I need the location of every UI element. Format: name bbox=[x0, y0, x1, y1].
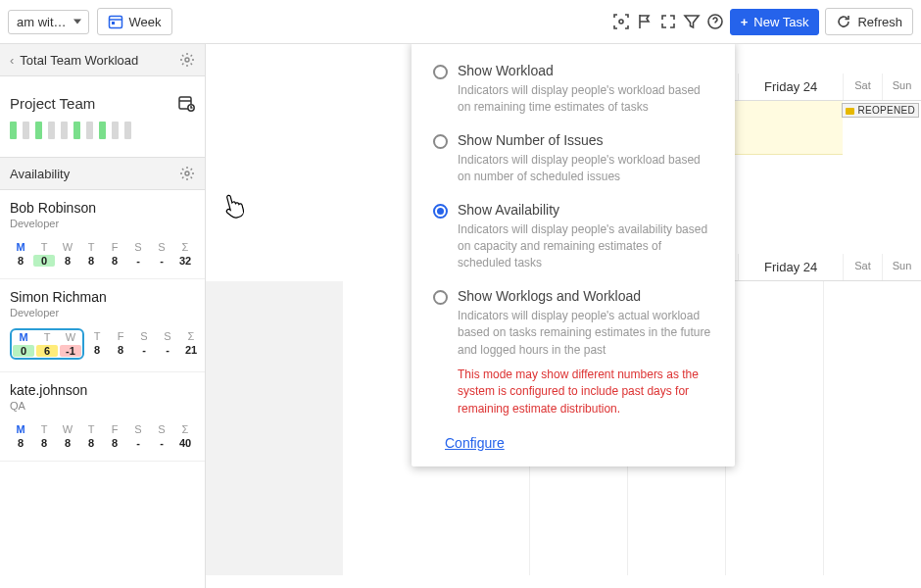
day-column[interactable]: Sat bbox=[843, 74, 882, 100]
day-header: Σ bbox=[174, 423, 196, 435]
day-header: T bbox=[33, 423, 55, 435]
status-badge-reopened[interactable]: REOPENED bbox=[842, 103, 919, 118]
availability-label: Availability bbox=[10, 167, 70, 181]
person-role: Developer bbox=[10, 307, 195, 318]
refresh-icon bbox=[836, 14, 851, 29]
load-bar bbox=[23, 122, 29, 139]
help-icon[interactable] bbox=[706, 13, 724, 30]
plus-icon: + bbox=[741, 15, 749, 29]
day-val: 8 bbox=[10, 437, 31, 449]
day-column[interactable]: Friday 24 bbox=[738, 74, 843, 100]
day-val: 8 bbox=[80, 437, 102, 449]
day-header: S bbox=[157, 330, 178, 342]
option-warning: This mode may show different numbers as … bbox=[458, 367, 715, 417]
option-title: Show Availability bbox=[458, 202, 715, 218]
person-row[interactable]: kate.johnson QA M T W T F S S Σ 8 8 8 8 … bbox=[0, 372, 205, 462]
day-column[interactable]: Sun bbox=[882, 254, 921, 280]
collapse-icon[interactable]: ‹ bbox=[10, 53, 14, 68]
configure-link[interactable]: Configure bbox=[445, 435, 505, 451]
day-header: Σ bbox=[180, 330, 202, 342]
selected-days-box: M T W 0 6 -1 bbox=[10, 328, 84, 360]
team-dropdown[interactable]: am wit… bbox=[8, 10, 89, 34]
refresh-button[interactable]: Refresh bbox=[825, 8, 913, 35]
day-header: M bbox=[10, 241, 31, 253]
day-val: - bbox=[127, 255, 149, 267]
availability-grid: M T W T F S S Σ 8 0 8 8 8 - - 32 bbox=[10, 241, 195, 267]
filter-icon[interactable] bbox=[683, 13, 701, 30]
person-row[interactable]: Bob Robinson Developer M T W T F S S Σ 8… bbox=[0, 190, 205, 279]
option-title: Show Worklogs and Workload bbox=[458, 288, 715, 304]
day-val: 8 bbox=[104, 437, 125, 449]
day-header: F bbox=[104, 423, 125, 435]
team-load-bars bbox=[0, 118, 205, 157]
day-val: 8 bbox=[110, 344, 131, 356]
sidebar-header: ‹ Total Team Workload bbox=[0, 44, 205, 76]
day-header: M bbox=[10, 423, 31, 435]
option-show-number-of-issues[interactable]: Show Number of Issues Indicators will di… bbox=[419, 124, 727, 194]
day-header: T bbox=[33, 241, 55, 253]
day-header: T bbox=[80, 423, 102, 435]
radio-icon[interactable] bbox=[433, 65, 448, 79]
option-show-availability[interactable]: Show Availability Indicators will displa… bbox=[419, 194, 727, 280]
day-val: - bbox=[151, 437, 172, 449]
day-val: 8 bbox=[86, 344, 108, 356]
week-button[interactable]: Week bbox=[97, 8, 172, 35]
flag-icon[interactable] bbox=[636, 13, 654, 30]
person-role: QA bbox=[10, 400, 195, 412]
option-desc: Indicators will display people's workloa… bbox=[458, 152, 715, 186]
scan-icon[interactable] bbox=[612, 13, 630, 30]
day-header: T bbox=[86, 330, 108, 342]
project-team-label: Project Team bbox=[10, 95, 95, 112]
calendar-icon bbox=[108, 14, 123, 29]
sidebar: ‹ Total Team Workload Project Team Avail… bbox=[0, 44, 206, 588]
day-header: F bbox=[104, 241, 125, 253]
day-val: 8 bbox=[10, 255, 31, 267]
option-show-workload[interactable]: Show Workload Indicators will display pe… bbox=[419, 55, 727, 124]
day-val: - bbox=[133, 344, 155, 356]
day-header: Σ bbox=[174, 241, 196, 253]
day-column[interactable]: Sat bbox=[843, 254, 882, 280]
day-header: T bbox=[36, 331, 58, 343]
team-dropdown-label: am wit… bbox=[17, 15, 67, 29]
option-desc: Indicators will display people's workloa… bbox=[458, 82, 715, 117]
day-val: 40 bbox=[174, 437, 196, 449]
new-task-button[interactable]: + New Task bbox=[730, 9, 820, 35]
day-header: T bbox=[80, 241, 102, 253]
radio-icon[interactable] bbox=[433, 204, 448, 219]
load-bar bbox=[35, 122, 42, 139]
option-desc: Indicators will display people's availab… bbox=[458, 221, 715, 272]
new-task-label: New Task bbox=[753, 15, 808, 29]
option-desc: Indicators will display people's actual … bbox=[458, 308, 715, 359]
day-val: 32 bbox=[174, 255, 196, 267]
load-bar bbox=[48, 122, 55, 139]
load-bar bbox=[73, 122, 80, 139]
calendar-config-icon[interactable] bbox=[177, 94, 195, 112]
radio-icon[interactable] bbox=[433, 290, 448, 305]
svg-rect-0 bbox=[109, 17, 121, 28]
load-bar bbox=[124, 122, 131, 139]
day-val: 8 bbox=[57, 437, 78, 449]
day-column[interactable]: Sun bbox=[882, 74, 921, 100]
day-val: 8 bbox=[33, 437, 55, 449]
day-header: W bbox=[57, 241, 78, 253]
person-row[interactable]: Simon Richman Developer M T W 0 6 -1 T F bbox=[0, 279, 205, 372]
day-header: S bbox=[151, 241, 172, 253]
day-header: S bbox=[133, 330, 155, 342]
timeline-area: ember 20 — 26 2023 day 22 Thursday 23 Fr… bbox=[206, 44, 921, 588]
svg-point-9 bbox=[185, 172, 189, 175]
load-bar bbox=[99, 122, 106, 139]
gear-icon[interactable] bbox=[179, 52, 195, 68]
svg-point-5 bbox=[185, 58, 189, 62]
project-team-title: Project Team bbox=[0, 76, 205, 118]
day-val: 21 bbox=[180, 344, 202, 356]
option-show-worklogs-and-workload[interactable]: Show Worklogs and Workload Indicators wi… bbox=[419, 280, 727, 425]
person-name: Simon Richman bbox=[10, 289, 195, 305]
fullscreen-icon[interactable] bbox=[659, 13, 677, 30]
radio-icon[interactable] bbox=[433, 134, 448, 149]
day-column[interactable]: Friday 24 bbox=[738, 254, 843, 280]
day-val: 6 bbox=[36, 345, 58, 357]
indicator-mode-popup: Show Workload Indicators will display pe… bbox=[412, 44, 735, 466]
gear-icon[interactable] bbox=[179, 166, 195, 181]
availability-grid: M T W T F S S Σ 8 8 8 8 8 - - 40 bbox=[10, 423, 195, 449]
svg-point-3 bbox=[619, 20, 623, 24]
